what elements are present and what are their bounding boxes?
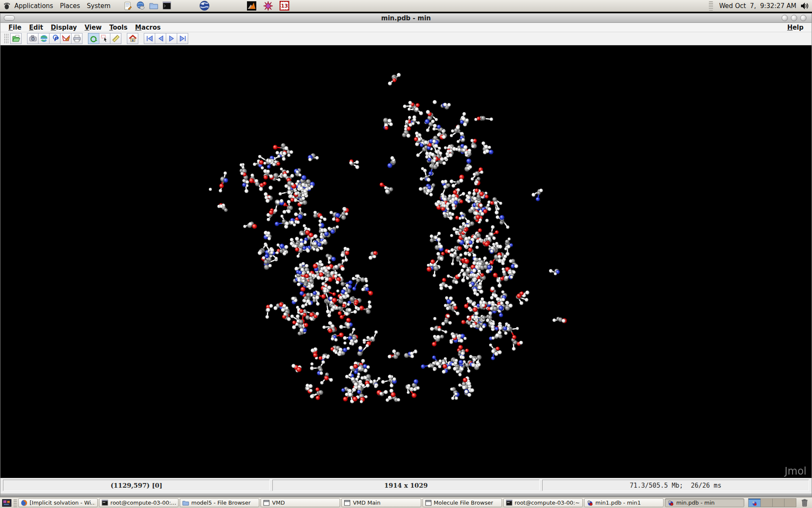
menu-macros[interactable]: Macros [131, 23, 165, 32]
window-icon [344, 500, 351, 506]
matlab-launcher-icon[interactable] [246, 0, 257, 11]
workspace-4[interactable] [784, 499, 796, 507]
povray-glyph: P [54, 36, 59, 42]
window-icon [263, 500, 270, 506]
stamp-number: 13 [281, 3, 288, 9]
applications-menu[interactable]: Applications [11, 1, 57, 11]
export-image-button[interactable] [27, 33, 38, 44]
taskbar-grip[interactable] [14, 499, 17, 507]
taskbar-button-terminal-2[interactable]: root@compute-03-00:~ [503, 498, 583, 507]
taskbar-button-min[interactable]: min.pdb - min [665, 498, 744, 507]
window-icon [425, 500, 432, 506]
taskbar-button-vmd[interactable]: VMD [261, 498, 340, 507]
measure-button[interactable] [110, 33, 121, 44]
jmol-window: min.pdb - min File Edit Display View Too… [0, 13, 812, 497]
terminal-icon [506, 500, 513, 506]
workspace-3[interactable] [772, 499, 784, 507]
first-frame-button[interactable] [144, 33, 155, 44]
panel-clock[interactable]: Wed Oct 7, 9:32:27 AM [716, 2, 799, 10]
terminal-icon [102, 500, 108, 506]
trash-icon[interactable] [800, 498, 809, 508]
taskbar-button-vmd-main[interactable]: VMD Main [341, 498, 421, 507]
status-resolution: 1914 x 1029 [272, 480, 539, 491]
taskbar-button-file-browser[interactable]: model5 - File Browser [180, 498, 259, 507]
date-stamp-app-icon[interactable]: 13 [279, 0, 290, 11]
previous-frame-button[interactable] [155, 33, 166, 44]
desktop: Applications Places System 13 Wed Oct 7, [0, 0, 812, 508]
select-button[interactable] [99, 33, 110, 44]
povray-export-button[interactable]: P [49, 33, 60, 44]
starburst-app-icon[interactable] [263, 0, 273, 11]
workspace-switcher [748, 498, 796, 507]
titlebar[interactable]: min.pdb - min [0, 14, 812, 23]
print-button[interactable] [71, 33, 82, 44]
places-menu[interactable]: Places [57, 1, 84, 11]
web-browser-globe-icon[interactable] [199, 0, 210, 11]
system-menu[interactable]: System [83, 1, 114, 11]
taskbar: [Implicit solvation - Wi... root@compute… [0, 497, 812, 508]
maximize-button[interactable] [791, 15, 797, 21]
rotate-button[interactable] [88, 33, 99, 44]
workspace-2[interactable] [760, 499, 772, 507]
panel-grip[interactable] [709, 1, 713, 11]
taskbar-button-firefox[interactable]: [Implicit solvation - Wi... [18, 498, 98, 507]
taskbar-button-molecule-file-browser[interactable]: Molecule File Browser [422, 498, 502, 507]
script-editor-button[interactable] [60, 33, 71, 44]
status-coordinates: (1129,597) [0] [3, 480, 270, 491]
gnome-foot-icon [3, 2, 11, 10]
molecule-viewport[interactable]: Jmol [0, 45, 812, 478]
www-glyph: www [40, 38, 47, 41]
volume-icon[interactable] [799, 0, 809, 11]
taskbar-button-min1[interactable]: min1.pdb - min1 [584, 498, 664, 507]
text-editor-launcher-icon[interactable] [122, 0, 133, 11]
close-button[interactable] [800, 15, 807, 21]
menu-edit[interactable]: Edit [25, 23, 47, 32]
taskbar-button-terminal-1[interactable]: root@compute-03-00:... [99, 498, 178, 507]
menu-view[interactable]: View [81, 23, 106, 32]
web-tools-launcher-icon[interactable] [135, 0, 146, 11]
menu-help[interactable]: Help [783, 23, 807, 32]
jmol-icon [667, 500, 674, 506]
open-file-button[interactable] [10, 33, 22, 44]
next-frame-button[interactable] [166, 33, 177, 44]
molecule-canvas[interactable] [0, 45, 812, 478]
home-button[interactable] [127, 33, 138, 44]
file-manager-launcher-icon[interactable] [148, 0, 159, 11]
last-frame-button[interactable] [177, 33, 188, 44]
jmol-watermark: Jmol [785, 465, 807, 477]
terminal-launcher-icon[interactable] [162, 0, 172, 11]
window-resize-edge[interactable] [0, 493, 812, 497]
status-memory: 71.3/505.5 Mb; 26/26 ms [542, 480, 809, 491]
minimize-button[interactable] [782, 15, 788, 21]
top-panel: Applications Places System 13 Wed Oct 7, [0, 0, 812, 12]
window-title: min.pdb - min [0, 14, 812, 22]
jmol-icon [587, 500, 593, 506]
menu-file[interactable]: File [5, 23, 25, 32]
folder-icon [182, 500, 189, 506]
firefox-icon [21, 500, 27, 506]
menu-display[interactable]: Display [47, 23, 81, 32]
toolbar-grip[interactable] [4, 33, 9, 44]
web-export-button[interactable]: www [38, 33, 49, 44]
jmol-mini-icon [752, 500, 757, 506]
show-desktop-button[interactable] [1, 498, 12, 507]
toolbar: www P [0, 32, 812, 45]
statusbar: (1129,597) [0] 1914 x 1029 71.3/505.5 Mb… [0, 478, 812, 493]
workspace-1[interactable] [749, 499, 760, 507]
menubar: File Edit Display View Tools Macros Help [0, 23, 812, 32]
menu-tools[interactable]: Tools [105, 23, 131, 32]
